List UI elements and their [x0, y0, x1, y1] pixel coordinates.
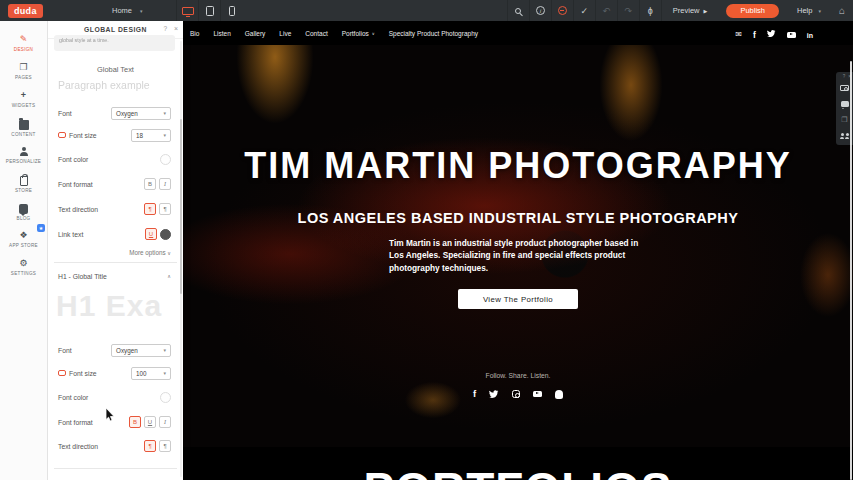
publish-button[interactable]: Publish: [726, 4, 779, 18]
font-size-label: Font size: [69, 132, 97, 139]
preview-button[interactable]: Preview ▶: [661, 0, 719, 21]
chevron-down-icon: ∨: [167, 250, 171, 256]
linkedin-icon[interactable]: in: [807, 32, 813, 39]
rtl-direction-button[interactable]: ¶: [159, 203, 171, 215]
site-social-links: ✉ f in: [735, 30, 813, 40]
search-button[interactable]: [507, 0, 529, 21]
info-icon: i: [536, 6, 545, 15]
redo-button[interactable]: ↷: [617, 0, 639, 21]
nav-item-specialty[interactable]: Specialty Product Photography: [389, 30, 478, 37]
mobile-view-button[interactable]: [220, 0, 242, 21]
sidebar-item-settings[interactable]: ⚙ SETTINGS: [0, 253, 47, 281]
layers-icon: ❐: [841, 116, 847, 124]
desktop-view-button[interactable]: [176, 0, 198, 21]
twitter-icon[interactable]: [489, 386, 499, 402]
undo-button[interactable]: ↶: [595, 0, 617, 21]
page-selector[interactable]: Home ▾: [112, 0, 143, 21]
dev-mode-button[interactable]: ɸ: [639, 0, 661, 21]
link-color-swatch[interactable]: [160, 229, 171, 240]
portfolios-heading[interactable]: PORTFOLIOS: [183, 466, 853, 480]
h1-ltr-direction-button[interactable]: ¶: [144, 440, 156, 452]
nav-item-contact[interactable]: Contact: [305, 30, 327, 37]
h1-font-select[interactable]: Oxygen▾: [111, 344, 171, 357]
youtube-icon[interactable]: [787, 32, 796, 39]
follow-share-listen-text: Follow. Share. Listen.: [183, 372, 853, 379]
ltr-direction-button[interactable]: ¶: [144, 203, 156, 215]
sidebar-item-personalize[interactable]: PERSONALIZE: [0, 141, 47, 169]
h1-font-select-value: Oxygen: [116, 347, 138, 354]
h1-rtl-direction-button[interactable]: ¶: [159, 440, 171, 452]
info-button[interactable]: i: [529, 0, 551, 21]
bold-button[interactable]: B: [144, 178, 156, 190]
sidebar-item-widgets[interactable]: + WIDGETS: [0, 85, 47, 113]
redo-icon: ↷: [625, 6, 633, 16]
facebook-icon[interactable]: f: [473, 389, 476, 399]
pencil-icon: ✎: [20, 35, 28, 45]
sidebar-item-blog[interactable]: BLOG: [0, 197, 47, 225]
panel-intro-box: global style at a time.: [54, 35, 175, 51]
more-options-link[interactable]: More options ∨: [129, 249, 171, 256]
dashboard-home-button[interactable]: ⌂: [839, 5, 845, 16]
sidebar-item-app-store[interactable]: ★ ❖ APP STORE: [0, 225, 47, 253]
sidebar-item-label: SETTINGS: [11, 271, 36, 276]
feedback-icon: [558, 6, 567, 15]
help-icon[interactable]: ?: [843, 74, 846, 79]
dev-mode-icon: ɸ: [648, 6, 653, 16]
nav-item-live[interactable]: Live: [279, 30, 291, 37]
hero-description[interactable]: Tim Martin is an industrial style produc…: [389, 237, 647, 274]
panel-scrollbar[interactable]: [180, 41, 183, 477]
email-icon[interactable]: ✉: [735, 31, 742, 39]
h1-bold-button[interactable]: B: [129, 416, 141, 428]
sidebar-item-pages[interactable]: ❐ PAGES: [0, 57, 47, 85]
view-portfolio-button[interactable]: View The Portfolio: [458, 289, 578, 309]
plus-icon: +: [21, 91, 26, 101]
link-underline-button[interactable]: U: [145, 228, 157, 240]
h1-text-direction-row: Text direction ¶ ¶: [58, 439, 171, 453]
sidebar-item-content[interactable]: CONTENT: [0, 113, 47, 141]
font-color-label: Font color: [58, 394, 88, 401]
help-icon[interactable]: ?: [163, 25, 167, 32]
h1-font-size-select[interactable]: 100▾: [131, 367, 171, 380]
sidebar-item-design[interactable]: ✎ DESIGN: [0, 29, 47, 57]
nav-item-portfolios[interactable]: Portfolios ∨: [342, 30, 375, 37]
tablet-view-button[interactable]: [198, 0, 220, 21]
snapchat-icon[interactable]: [555, 390, 563, 399]
h1-font-color-swatch[interactable]: [160, 392, 171, 403]
h1-font-size-value: 100: [136, 370, 147, 377]
sidebar-item-store[interactable]: STORE: [0, 169, 47, 197]
h1-section-header[interactable]: H1 - Global Title ∧: [58, 269, 171, 283]
chat-icon: [19, 204, 28, 214]
duda-logo: duda: [8, 4, 43, 18]
h1-italic-button[interactable]: I: [159, 416, 171, 428]
preview-scrollbar[interactable]: [850, 61, 852, 480]
hero-subtitle[interactable]: LOS ANGELES BASED INDUSTRIAL STYLE PHOTO…: [183, 210, 853, 226]
font-color-swatch[interactable]: [160, 154, 171, 165]
help-button[interactable]: Help ▾: [787, 6, 831, 15]
link-text-label: Link text: [58, 231, 83, 238]
chevron-down-icon: ∨: [372, 31, 375, 36]
youtube-icon[interactable]: [533, 391, 542, 398]
font-size-select[interactable]: 18▾: [131, 129, 171, 142]
nav-item-gallery[interactable]: Gallery: [245, 30, 266, 37]
hero-title[interactable]: TIM MARTIN PHOTOGRAPHY: [183, 145, 853, 187]
h1-underline-button[interactable]: U: [144, 416, 156, 428]
twitter-icon[interactable]: [767, 30, 776, 40]
font-select-value: Oxygen: [116, 110, 138, 117]
nav-item-listen[interactable]: Listen: [213, 30, 230, 37]
close-icon[interactable]: ×: [174, 25, 178, 32]
font-label: Font: [58, 347, 72, 354]
panel-intro-text: global style at a time.: [54, 35, 175, 45]
feedback-button[interactable]: [551, 0, 573, 21]
portfolios-section: PORTFOLIOS: [183, 447, 853, 480]
facebook-icon[interactable]: f: [753, 31, 756, 40]
site-preview-canvas: Bio Listen Gallery Live Contact Portfoli…: [183, 21, 853, 480]
text-direction-label: Text direction: [58, 443, 98, 450]
font-select[interactable]: Oxygen▾: [111, 107, 171, 120]
instagram-icon[interactable]: [512, 390, 520, 398]
nav-item-bio[interactable]: Bio: [190, 30, 199, 37]
global-text-heading: Global Text: [48, 65, 183, 74]
font-format-row: Font format B I: [58, 177, 171, 191]
approve-button[interactable]: ✓: [573, 0, 595, 21]
mobile-icon: [229, 6, 235, 16]
italic-button[interactable]: I: [159, 178, 171, 190]
